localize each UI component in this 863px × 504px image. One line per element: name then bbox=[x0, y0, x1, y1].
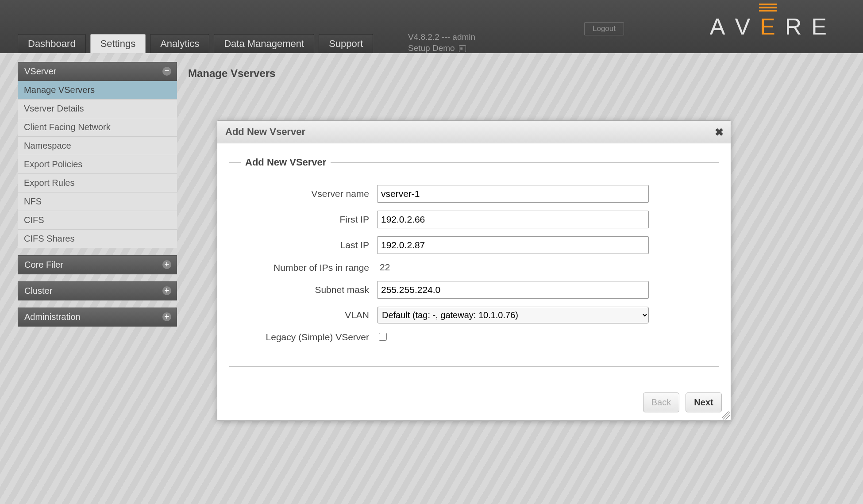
sidebar-item-manage-vservers[interactable]: Manage VServers bbox=[18, 81, 177, 100]
top-banner: Logout V4.8.2.2 --- admin Setup Demo ≡ A… bbox=[0, 0, 863, 53]
sidebar-section-vserver: VServer − Manage VServers Vserver Detail… bbox=[18, 62, 177, 248]
logout-button[interactable]: Logout bbox=[584, 22, 624, 35]
sidebar-header-administration[interactable]: Administration + bbox=[18, 308, 177, 327]
brand-logo: A V E R E bbox=[710, 13, 836, 40]
first-ip-input[interactable] bbox=[377, 211, 649, 228]
version-text: V4.8.2.2 --- admin bbox=[408, 32, 475, 43]
sidebar-header-label: Core Filer bbox=[24, 260, 63, 269]
logo-stripes-icon bbox=[759, 4, 777, 13]
next-button[interactable]: Next bbox=[686, 392, 722, 412]
sidebar-item-vserver-details[interactable]: Vserver Details bbox=[18, 100, 177, 118]
vlan-label: VLAN bbox=[241, 310, 377, 320]
modal-title: Add New Vserver bbox=[225, 126, 305, 137]
sidebar-header-vserver[interactable]: VServer − bbox=[18, 62, 177, 81]
num-ips-value: 22 bbox=[377, 262, 390, 273]
legacy-checkbox[interactable] bbox=[379, 333, 387, 341]
expand-icon: + bbox=[162, 286, 171, 295]
nav-tabs: Dashboard Settings Analytics Data Manage… bbox=[18, 34, 373, 53]
resize-grip-icon[interactable] bbox=[722, 412, 730, 419]
first-ip-label: First IP bbox=[241, 214, 377, 225]
sidebar-item-client-facing-network[interactable]: Client Facing Network bbox=[18, 118, 177, 137]
sidebar-item-export-policies[interactable]: Export Policies bbox=[18, 155, 177, 174]
tab-support[interactable]: Support bbox=[319, 34, 373, 53]
expand-icon: + bbox=[162, 260, 171, 269]
sidebar-item-nfs[interactable]: NFS bbox=[18, 192, 177, 211]
sidebar-header-label: Administration bbox=[24, 312, 81, 322]
modal-header: Add New Vserver ✖ bbox=[217, 121, 731, 143]
vserver-name-input[interactable] bbox=[377, 185, 649, 203]
sidebar-header-label: VServer bbox=[24, 66, 56, 76]
sidebar-header-core-filer[interactable]: Core Filer + bbox=[18, 255, 177, 274]
fieldset-legend: Add New VServer bbox=[241, 157, 331, 168]
subnet-mask-label: Subnet mask bbox=[241, 285, 377, 295]
add-vserver-fieldset: Add New VServer Vserver name First IP La… bbox=[229, 157, 719, 367]
tab-analytics[interactable]: Analytics bbox=[150, 34, 209, 53]
collapse-icon: − bbox=[162, 67, 171, 76]
legacy-label: Legacy (Simple) VServer bbox=[241, 331, 377, 342]
sidebar-item-cifs[interactable]: CIFS bbox=[18, 211, 177, 230]
tab-settings[interactable]: Settings bbox=[90, 34, 146, 53]
sidebar-header-label: Cluster bbox=[24, 286, 52, 296]
sidebar-item-namespace[interactable]: Namespace bbox=[18, 137, 177, 155]
demo-icon: ≡ bbox=[459, 45, 466, 52]
header-info: V4.8.2.2 --- admin Setup Demo ≡ bbox=[408, 32, 475, 54]
add-vserver-modal: Add New Vserver ✖ Add New VServer Vserve… bbox=[217, 120, 731, 421]
sidebar: VServer − Manage VServers Vserver Detail… bbox=[18, 62, 177, 334]
tab-dashboard[interactable]: Dashboard bbox=[18, 34, 86, 53]
close-icon[interactable]: ✖ bbox=[715, 126, 724, 139]
last-ip-input[interactable] bbox=[377, 236, 649, 254]
subnet-mask-input[interactable] bbox=[377, 281, 649, 299]
expand-icon: + bbox=[162, 312, 171, 321]
vlan-select[interactable]: Default (tag: -, gateway: 10.1.0.76) bbox=[377, 307, 649, 323]
sidebar-header-cluster[interactable]: Cluster + bbox=[18, 281, 177, 300]
sidebar-item-cifs-shares[interactable]: CIFS Shares bbox=[18, 230, 177, 248]
modal-body: Add New VServer Vserver name First IP La… bbox=[217, 143, 731, 385]
num-ips-label: Number of IPs in range bbox=[241, 262, 377, 273]
tab-data-management[interactable]: Data Management bbox=[214, 34, 314, 53]
sidebar-item-export-rules[interactable]: Export Rules bbox=[18, 174, 177, 192]
back-button[interactable]: Back bbox=[643, 392, 679, 412]
modal-footer: Back Next bbox=[217, 385, 731, 416]
setup-demo-text: Setup Demo ≡ bbox=[408, 43, 475, 54]
last-ip-label: Last IP bbox=[241, 240, 377, 250]
page-title: Manage Vservers bbox=[188, 67, 275, 80]
vserver-name-label: Vserver name bbox=[241, 189, 377, 199]
